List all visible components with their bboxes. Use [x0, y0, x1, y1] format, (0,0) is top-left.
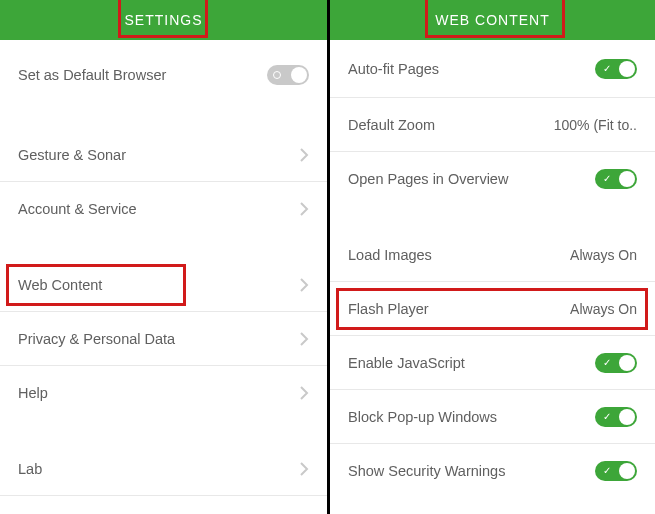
- row-account-service[interactable]: Account & Service: [0, 182, 327, 236]
- chevron-right-icon: [299, 331, 309, 347]
- check-icon: ✓: [603, 466, 611, 476]
- row-lab[interactable]: Lab: [0, 442, 327, 496]
- toggle-open-overview[interactable]: ✓: [595, 169, 637, 189]
- dual-screenshot: SETTINGS Set as Default Browser Gesture …: [0, 0, 655, 514]
- row-default-browser[interactable]: Set as Default Browser: [0, 40, 327, 110]
- web-content-pane: WEB CONTENT Auto-fit Pages ✓ Default Zoo…: [330, 0, 655, 514]
- toggle-knob: [619, 61, 635, 77]
- toggle-enable-js[interactable]: ✓: [595, 353, 637, 373]
- row-privacy[interactable]: Privacy & Personal Data: [0, 312, 327, 366]
- label-gesture-sonar: Gesture & Sonar: [18, 147, 126, 163]
- toggle-knob: [619, 463, 635, 479]
- toggle-block-popups[interactable]: ✓: [595, 407, 637, 427]
- toggle-knob: [619, 409, 635, 425]
- web-content-header: WEB CONTENT: [330, 0, 655, 40]
- row-help[interactable]: Help: [0, 366, 327, 420]
- label-flash-player: Flash Player: [348, 301, 429, 317]
- check-icon: ✓: [603, 412, 611, 422]
- row-autofit[interactable]: Auto-fit Pages ✓: [330, 40, 655, 98]
- chevron-right-icon: [299, 147, 309, 163]
- chevron-right-icon: [299, 461, 309, 477]
- row-block-popups[interactable]: Block Pop-up Windows ✓: [330, 390, 655, 444]
- row-web-content[interactable]: Web Content: [0, 258, 327, 312]
- label-enable-js: Enable JavaScript: [348, 355, 465, 371]
- toggle-knob: [619, 171, 635, 187]
- toggle-knob: [619, 355, 635, 371]
- chevron-right-icon: [299, 277, 309, 293]
- label-security-warnings: Show Security Warnings: [348, 463, 505, 479]
- chevron-right-icon: [299, 201, 309, 217]
- toggle-default-browser[interactable]: [267, 65, 309, 85]
- label-privacy: Privacy & Personal Data: [18, 331, 175, 347]
- row-flash-player[interactable]: Flash Player Always On: [330, 282, 655, 336]
- label-block-popups: Block Pop-up Windows: [348, 409, 497, 425]
- label-help: Help: [18, 385, 48, 401]
- label-account-service: Account & Service: [18, 201, 136, 217]
- check-icon: ✓: [603, 358, 611, 368]
- settings-title: SETTINGS: [124, 12, 202, 28]
- web-content-list: Auto-fit Pages ✓ Default Zoom 100% (Fit …: [330, 40, 655, 514]
- label-autofit: Auto-fit Pages: [348, 61, 439, 77]
- web-content-title: WEB CONTENT: [435, 12, 549, 28]
- toggle-knob: [291, 67, 307, 83]
- check-icon: ✓: [603, 174, 611, 184]
- toggle-autofit[interactable]: ✓: [595, 59, 637, 79]
- label-default-zoom: Default Zoom: [348, 117, 435, 133]
- toggle-security-warnings[interactable]: ✓: [595, 461, 637, 481]
- row-open-overview[interactable]: Open Pages in Overview ✓: [330, 152, 655, 206]
- toggle-off-indicator: [273, 71, 281, 79]
- row-gesture-sonar[interactable]: Gesture & Sonar: [0, 128, 327, 182]
- label-default-browser: Set as Default Browser: [18, 67, 166, 83]
- chevron-right-icon: [299, 385, 309, 401]
- check-icon: ✓: [603, 64, 611, 74]
- value-load-images: Always On: [570, 247, 637, 263]
- label-web-content: Web Content: [18, 277, 102, 293]
- settings-list: Set as Default Browser Gesture & Sonar A…: [0, 40, 327, 514]
- settings-header: SETTINGS: [0, 0, 327, 40]
- settings-pane: SETTINGS Set as Default Browser Gesture …: [0, 0, 327, 514]
- value-default-zoom: 100% (Fit to..: [554, 117, 637, 133]
- label-lab: Lab: [18, 461, 42, 477]
- row-default-zoom[interactable]: Default Zoom 100% (Fit to..: [330, 98, 655, 152]
- row-security-warnings[interactable]: Show Security Warnings ✓: [330, 444, 655, 498]
- row-enable-js[interactable]: Enable JavaScript ✓: [330, 336, 655, 390]
- label-open-overview: Open Pages in Overview: [348, 171, 508, 187]
- label-load-images: Load Images: [348, 247, 432, 263]
- row-load-images[interactable]: Load Images Always On: [330, 228, 655, 282]
- value-flash-player: Always On: [570, 301, 637, 317]
